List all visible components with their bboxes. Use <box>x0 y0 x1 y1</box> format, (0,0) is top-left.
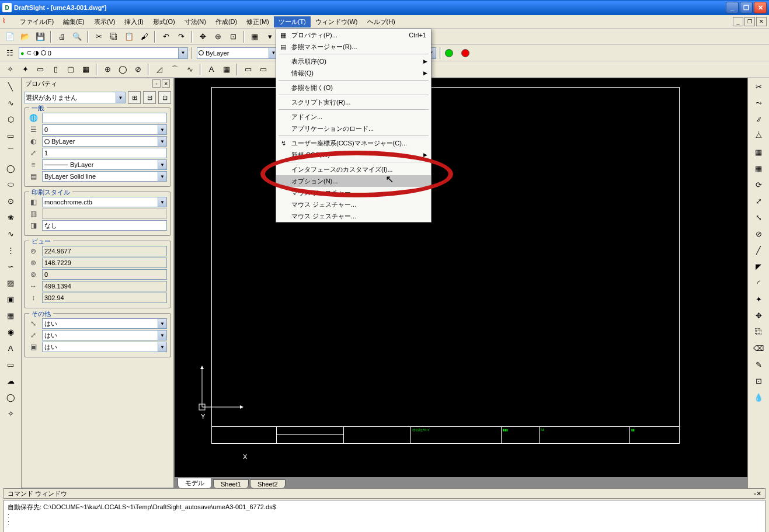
circle2-icon[interactable]: ◯ <box>116 63 129 76</box>
arc3-icon[interactable]: ⊘ <box>131 63 144 76</box>
drawing-canvas[interactable]: 社名及びロゴ ▮▮▮ A3 ▮▮ YX <box>174 78 748 478</box>
offset-icon[interactable]: ⫽ <box>752 113 765 126</box>
mirror-icon[interactable]: ⧊ <box>752 129 765 142</box>
command-window[interactable]: 自動保存先: C:\DOCUME~1\kaz\LOCALS~1\Temp\Dra… <box>4 500 765 532</box>
menu-edit[interactable]: 編集(E) <box>58 16 89 27</box>
chevron-down-icon[interactable]: ▼ <box>158 160 166 169</box>
circle3-icon[interactable]: ◯ <box>4 162 17 175</box>
zoom-extents-icon[interactable]: ⊕ <box>211 30 224 43</box>
tab-sheet1[interactable]: Sheet1 <box>213 479 249 488</box>
open-icon[interactable]: 📂 <box>19 30 32 43</box>
panel-float-button[interactable]: ▫ <box>152 79 161 88</box>
undo-icon[interactable]: ↶ <box>159 30 172 43</box>
prop-hyperlink[interactable] <box>42 113 167 123</box>
pan-icon[interactable]: ✥ <box>196 30 209 43</box>
erase-icon[interactable]: ⌫ <box>752 342 765 354</box>
explode-icon[interactable]: ✧ <box>4 63 16 76</box>
layer-manager-icon[interactable]: ☷ <box>4 47 16 60</box>
prop-other3[interactable]: はい▼ <box>42 342 167 352</box>
paste-icon[interactable]: 📋 <box>123 30 135 43</box>
cloud-icon[interactable]: ☁ <box>4 374 17 387</box>
cut-icon[interactable]: ✂ <box>92 30 105 43</box>
point-icon[interactable]: ⋮ <box>4 244 17 256</box>
mdi-minimize-button[interactable]: _ <box>733 17 743 26</box>
spline2-icon[interactable]: ∿ <box>4 227 17 240</box>
select-plus-button[interactable]: ⊞ <box>128 91 141 104</box>
cmd-close-button[interactable]: ✕ <box>756 490 761 498</box>
chevron-down-icon[interactable]: ▼ <box>158 331 166 340</box>
menu-draw[interactable]: 作成(D) <box>211 16 242 27</box>
ellipse-icon[interactable]: ⊙ <box>4 194 17 207</box>
array-icon[interactable]: ▦ <box>752 145 765 158</box>
mtext-icon[interactable]: ▭ <box>4 358 17 371</box>
rectangle-icon[interactable]: ▭ <box>4 129 17 142</box>
arc-icon[interactable]: ⌒ <box>168 63 181 76</box>
edit-icon[interactable]: ✎ <box>752 358 765 371</box>
tab-sheet2[interactable]: Sheet2 <box>250 479 286 488</box>
zoom-window-icon[interactable]: ⊡ <box>227 30 239 43</box>
menu-item-options[interactable]: オプション(N)... <box>276 175 431 187</box>
print-icon[interactable]: 🖨 <box>55 30 68 43</box>
menu-item-appload[interactable]: アプリケーションのロード... <box>276 123 431 134</box>
prop-other1[interactable]: はい▼ <box>42 318 167 329</box>
trim-icon[interactable]: ✂ <box>752 80 765 93</box>
copy3-icon[interactable]: ⿻ <box>752 325 765 338</box>
menu-item-refmgr[interactable]: ▤参照マネージャー(R)... <box>276 41 431 53</box>
rotate-icon[interactable]: ⟳ <box>752 178 765 191</box>
menu-item-info[interactable]: 情報(Q)▶ <box>276 67 431 79</box>
new-icon[interactable]: 📄 <box>4 30 16 43</box>
menu-insert[interactable]: 挿入(I) <box>120 16 148 27</box>
chevron-down-icon[interactable]: ▼ <box>116 92 125 103</box>
region-icon[interactable]: ◉ <box>4 325 17 338</box>
spline-icon[interactable]: ∿ <box>183 63 196 76</box>
menu-item-newccs[interactable]: 新規 CCS(W)▶ <box>276 149 431 161</box>
polyline-icon[interactable]: ∿ <box>4 96 17 109</box>
menu-window[interactable]: ウィンドウ(W) <box>311 16 363 27</box>
select-all-button[interactable]: ⊡ <box>158 91 171 104</box>
move2-icon[interactable]: ✥ <box>752 309 765 322</box>
maximize-button[interactable]: ❐ <box>740 2 753 13</box>
menu-format[interactable]: 形式(O) <box>148 16 180 27</box>
menu-file[interactable]: ファイル(F) <box>15 16 58 27</box>
tab-model[interactable]: モデル <box>178 478 212 488</box>
table-icon[interactable]: ▦ <box>220 63 233 76</box>
text-icon[interactable]: A <box>205 63 218 76</box>
menu-help[interactable]: ヘルプ(H) <box>363 16 400 27</box>
menu-item-mouse1[interactable]: マウス ジェスチャー... <box>276 187 431 199</box>
properties-icon[interactable]: ▦ <box>248 30 261 43</box>
prop-ctb[interactable]: monochrome.ctb▼ <box>42 197 167 207</box>
curve-icon[interactable]: ∽ <box>4 260 17 273</box>
hatch-icon[interactable]: ▨ <box>4 276 17 289</box>
line-icon[interactable]: ╲ <box>4 80 17 93</box>
mdi-close-button[interactable]: ✕ <box>756 17 767 26</box>
prop-color[interactable]: ByLayer▼ <box>42 136 167 147</box>
prop-lweight[interactable]: ByLayer Solid line▼ <box>42 171 167 182</box>
chevron-down-icon[interactable]: ▼ <box>158 342 166 352</box>
chevron-down-icon[interactable]: ▼ <box>158 197 166 207</box>
selection-combo[interactable]: 選択がありません ▼ <box>24 92 126 103</box>
join-icon[interactable]: ╱ <box>752 244 765 256</box>
array2-icon[interactable]: ▦ <box>752 162 765 175</box>
menu-modify[interactable]: 修正(M) <box>242 16 274 27</box>
chevron-down-icon[interactable]: ▼ <box>178 48 187 58</box>
panel-close-button[interactable]: ✕ <box>162 79 170 88</box>
stretch-icon[interactable]: ⤡ <box>752 211 765 224</box>
chevron-down-icon[interactable]: ▼ <box>158 172 166 181</box>
mdi-restore-button[interactable]: ❐ <box>744 17 755 26</box>
rect2-icon[interactable]: ▯ <box>49 63 62 76</box>
menu-item-mouse3[interactable]: マウス ジェスチャー... <box>276 210 431 222</box>
donut-icon[interactable]: ✧ <box>4 407 17 420</box>
menu-item-properties[interactable]: ▦プロパティ(P)...Ctrl+1 <box>276 29 431 41</box>
menu-item-disporder[interactable]: 表示順序(O)▶ <box>276 55 431 67</box>
prop-other2[interactable]: はい▼ <box>42 330 167 340</box>
minimize-button[interactable]: _ <box>726 2 739 13</box>
dropdown-icon[interactable]: ▾ <box>263 30 276 43</box>
copy-icon[interactable]: ⿻ <box>107 30 120 43</box>
menu-tools[interactable]: ツール(T) <box>274 16 311 27</box>
brush-icon[interactable]: 🖌 <box>138 30 151 43</box>
rect3-icon[interactable]: ▢ <box>64 63 77 76</box>
menu-dimension[interactable]: 寸法(N) <box>180 16 211 27</box>
break-icon[interactable]: ⊘ <box>752 227 765 240</box>
insert-icon[interactable]: ▦ <box>4 309 17 322</box>
prop-scale[interactable]: 1 <box>42 148 167 158</box>
